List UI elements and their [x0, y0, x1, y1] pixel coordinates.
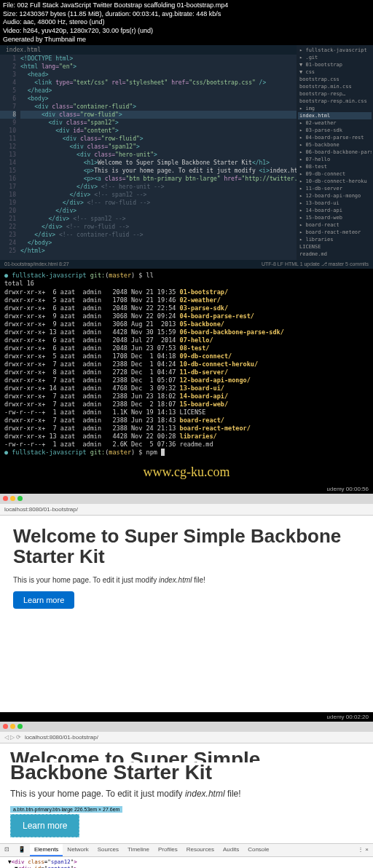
page-text: This is your home page. To edit it just …	[10, 789, 363, 799]
maximize-icon[interactable]	[17, 496, 23, 501]
browser-window-1: localhost:8080/01-bootstrap/ Welcome to …	[0, 494, 373, 712]
page-content: Welcome to Super Simple Backbone Starter…	[0, 516, 373, 712]
editor-statusbar: 01-bootstrap/index.html 8:27UTF-8 LF HTM…	[0, 260, 373, 269]
page-title: Welcome to Super SimpleBackbone Starter …	[10, 749, 363, 783]
file-tree[interactable]: ▸ fullstack-javascript ▸ .git ▼ 01-boots…	[297, 45, 373, 260]
inspect-icon[interactable]: ⊡	[0, 844, 14, 856]
devtools-tab-elements[interactable]: Elements	[30, 844, 63, 856]
devtools-tab-network[interactable]: Network	[63, 844, 93, 856]
minimize-icon[interactable]	[10, 724, 15, 729]
window-controls[interactable]	[0, 494, 373, 504]
video-metadata: File: 002 Full Stack JavaScript Twitter …	[0, 0, 373, 45]
page-text: This is your home page. To edit it just …	[13, 576, 360, 584]
terminal[interactable]: ● fullstack-javascript git:(master) $ ll…	[0, 269, 373, 459]
device-icon[interactable]: 📱	[14, 844, 30, 856]
udemy-badge: udemy 00:02:20	[0, 712, 373, 722]
window-controls[interactable]	[0, 722, 373, 732]
close-icon[interactable]	[3, 496, 8, 501]
inspector-tooltip: a.btn.btn-primary.btn-large 226.53em × 2…	[10, 806, 122, 813]
page-title: Welcome to Super Simple Backbone Starter…	[13, 526, 360, 567]
udemy-badge: udemy 00:00:56	[0, 484, 373, 494]
devtools-tab-audits[interactable]: Audits	[219, 844, 243, 856]
learn-more-button[interactable]: Learn more	[10, 814, 79, 837]
learn-more-button[interactable]: Learn more	[13, 591, 74, 609]
devtools-tabs: ⊡ 📱 ElementsNetworkSourcesTimelineProfil…	[0, 844, 373, 857]
maximize-icon[interactable]	[17, 724, 23, 729]
line-gutter: 1234567891011121314151617181920212223242…	[0, 55, 20, 255]
browser-window-2: ◁ ▷ ⟳ localhost:8080/01-bootstrap/ Welco…	[0, 722, 373, 868]
devtools-tab-sources[interactable]: Sources	[93, 844, 123, 856]
devtools-tab-profiles[interactable]: Profiles	[154, 844, 182, 856]
code-editor: index.html 12345678910111213141516171819…	[0, 45, 373, 260]
devtools-tab-console[interactable]: Console	[243, 844, 273, 856]
address-bar[interactable]: localhost:8080/01-bootstrap/	[0, 504, 373, 516]
minimize-icon[interactable]	[10, 496, 15, 501]
devtools-tab-resources[interactable]: Resources	[182, 844, 219, 856]
close-icon[interactable]	[3, 724, 8, 729]
address-bar[interactable]: ◁ ▷ ⟳ localhost:8080/01-bootstrap/	[0, 732, 373, 743]
watermark: www.cg-ku.com	[0, 460, 373, 484]
dom-tree[interactable]: ▼<div class="span12"> ▼<div id="content"…	[0, 857, 373, 868]
devtools-tab-timeline[interactable]: Timeline	[123, 844, 154, 856]
devtools[interactable]: ⊡ 📱 ElementsNetworkSourcesTimelineProfil…	[0, 843, 373, 868]
page-content: Welcome to Super SimpleBackbone Starter …	[0, 743, 373, 843]
